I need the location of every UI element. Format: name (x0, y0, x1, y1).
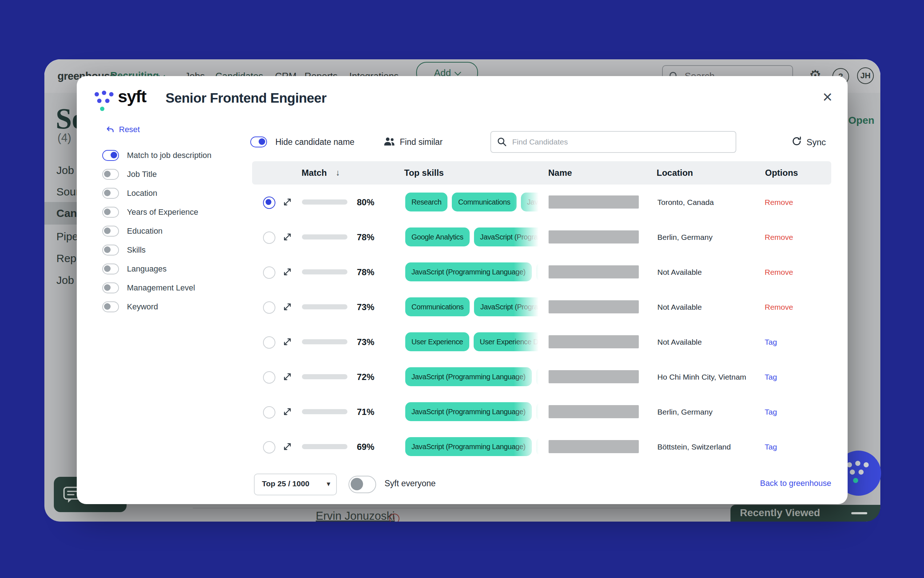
location-cell: Ho Chi Minh City, Vietnam (657, 373, 746, 382)
top-n-value: Top 25 / 1000 (262, 479, 309, 488)
filter-label: Skills (127, 245, 146, 255)
syft-modal: syft Senior Frontend Engineer × Reset Ma… (77, 76, 848, 504)
col-location: Location (657, 168, 693, 178)
filter-toggle-management-level[interactable] (102, 283, 119, 293)
expand-icon[interactable] (283, 372, 292, 383)
location-cell: Toronto, Canada (657, 198, 714, 207)
filter-toggle-job-title[interactable] (102, 169, 119, 180)
row-select-radio[interactable] (263, 441, 275, 453)
filter-toggle-skills[interactable] (102, 245, 119, 255)
redacted-name-bar (549, 335, 639, 348)
expand-icon[interactable] (283, 232, 292, 243)
search-icon (497, 137, 507, 147)
reset-button[interactable]: Reset (106, 125, 140, 134)
row-select-radio[interactable] (263, 371, 275, 384)
filter-toggle-keyword[interactable] (102, 301, 119, 312)
table-row: 73% CommunicationsJavaScript (Programmin… (252, 289, 831, 324)
filter-label: Keyword (127, 302, 158, 312)
filter-label: Management Level (127, 283, 195, 293)
row-option-link[interactable]: Tag (765, 373, 777, 382)
row-option-link[interactable]: Tag (765, 408, 777, 416)
candidates-table: Match ↓ Top skills Name Location Options… (252, 161, 831, 464)
table-row: 69% JavaScript (Programming Language) Bö… (252, 429, 831, 464)
filter-row: Management Level (102, 278, 230, 297)
row-option-link[interactable]: Remove (765, 268, 793, 277)
sync-button[interactable]: Sync (806, 137, 826, 148)
filter-toggle-years-of-experience[interactable] (102, 207, 119, 218)
logo-dot (850, 469, 855, 475)
redacted-name-bar (549, 300, 639, 313)
match-percent: 80% (357, 197, 374, 208)
filter-toggle-education[interactable] (102, 226, 119, 237)
row-option-link[interactable]: Tag (765, 338, 777, 346)
row-select-radio[interactable] (263, 266, 275, 279)
filter-label: Job Title (127, 170, 157, 179)
minimize-icon[interactable] (851, 512, 867, 514)
skill-chip (536, 262, 542, 281)
row-select-radio[interactable] (263, 301, 275, 314)
match-percent: 72% (357, 372, 374, 382)
hide-candidate-name-toggle[interactable] (250, 136, 267, 148)
col-name: Name (548, 168, 572, 178)
expand-icon[interactable] (283, 302, 292, 313)
back-to-greenhouse-link[interactable]: Back to greenhouse (760, 479, 831, 488)
find-candidates-search[interactable] (490, 131, 736, 153)
redacted-name-bar (549, 440, 639, 453)
find-candidates-input[interactable] (511, 135, 728, 149)
top-n-dropdown[interactable]: Top 25 / 1000 ▾ (254, 474, 337, 495)
logo-dot (95, 92, 99, 96)
filter-row: Education (102, 222, 230, 240)
skill-chip: Communications (405, 297, 469, 316)
logo-dot (100, 107, 104, 111)
modal-title: Senior Frontend Engineer (165, 91, 326, 106)
filter-toggle-location[interactable] (102, 188, 119, 199)
skill-chip: JavaScript (Programming Language) (405, 262, 532, 281)
location-cell: Not Available (657, 338, 702, 346)
row-option-link[interactable]: Tag (765, 443, 777, 451)
location-cell: Berlin, Germany (657, 233, 713, 242)
match-percent: 73% (357, 302, 374, 312)
expand-icon[interactable] (283, 337, 292, 348)
row-option-link[interactable]: Remove (765, 233, 793, 242)
expand-icon[interactable] (283, 197, 292, 208)
skill-chip (536, 402, 542, 421)
logo-dot (847, 462, 852, 468)
row-select-radio[interactable] (263, 336, 275, 349)
redacted-name-bar (549, 195, 639, 209)
skill-chip: JavaScript (Programming Language) (405, 402, 532, 421)
sort-arrow-icon[interactable]: ↓ (336, 168, 340, 178)
filter-row: Location (102, 184, 230, 203)
skill-chips: ResearchCommunicationsJavaScript (Progra… (405, 193, 542, 211)
table-header: Match ↓ Top skills Name Location Options (252, 161, 831, 185)
table-row: 78% JavaScript (Programming Language) No… (252, 255, 831, 289)
redacted-name-bar (549, 265, 639, 278)
expand-icon[interactable] (283, 442, 292, 453)
row-select-radio[interactable] (263, 406, 275, 419)
filter-toggle-match-to-job-description[interactable] (102, 150, 119, 161)
redacted-name-bar (549, 231, 639, 244)
recently-viewed-bar[interactable]: Recently Viewed (730, 505, 880, 521)
match-percent: 71% (357, 407, 374, 417)
filter-label: Years of Experience (127, 208, 198, 217)
row-select-radio[interactable] (263, 232, 275, 244)
syft-logo-icon (95, 91, 114, 112)
row-option-link[interactable]: Remove (765, 303, 793, 312)
syft-everyone-toggle[interactable] (348, 476, 376, 493)
expand-icon[interactable] (283, 407, 292, 418)
table-row: 73% User ExperienceUser Experience Desig… (252, 324, 831, 359)
filter-toggle-languages[interactable] (102, 263, 119, 274)
logo-dot (97, 99, 102, 103)
row-option-link[interactable]: Remove (765, 198, 793, 207)
location-cell: Böttstein, Switzerland (657, 443, 731, 451)
undo-icon (106, 126, 115, 133)
match-percent: 73% (357, 337, 374, 347)
expand-icon[interactable] (283, 267, 292, 278)
filter-list: Match to job descriptionJob TitleLocatio… (102, 146, 230, 316)
row-select-radio[interactable] (263, 196, 275, 209)
skill-chip: Research (405, 193, 447, 211)
close-icon[interactable]: × (822, 88, 832, 105)
find-similar-button[interactable]: Find similar (400, 137, 443, 147)
col-match[interactable]: Match (302, 168, 327, 178)
match-percent: 78% (357, 267, 374, 278)
skill-chip: JavaScript (Programming Language) (405, 437, 532, 456)
